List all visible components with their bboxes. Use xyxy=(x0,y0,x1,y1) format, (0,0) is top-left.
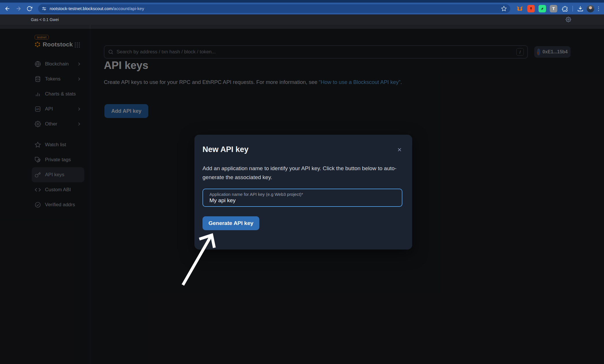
application-name-field[interactable]: Application name for API key (e.g Web3 p… xyxy=(202,189,402,207)
puzzle-icon xyxy=(562,5,568,12)
back-arrow-icon xyxy=(4,5,11,12)
metamask-extension-icon[interactable] xyxy=(516,5,524,12)
modal-title: New API key xyxy=(202,145,249,154)
download-icon xyxy=(577,5,584,12)
reload-button[interactable] xyxy=(25,4,34,13)
fox-icon xyxy=(516,5,523,12)
downloads-button[interactable] xyxy=(576,4,585,13)
url-path: /account/api-key xyxy=(112,6,144,11)
t-extension-icon[interactable]: T xyxy=(550,5,557,12)
generate-api-key-button[interactable]: Generate API key xyxy=(202,216,259,230)
new-api-key-modal: New API key Add an application name to i… xyxy=(194,135,412,249)
gas-tracker-label: Gas < 0.1 Gwei xyxy=(31,17,59,22)
site-topbar: Gas < 0.1 Gwei xyxy=(0,14,604,25)
reload-icon xyxy=(27,6,32,12)
site-settings-icon xyxy=(42,6,47,11)
url-text: rootstock-testnet.blockscout.com/account… xyxy=(50,6,144,11)
green-extension-icon[interactable] xyxy=(539,5,546,12)
close-icon xyxy=(397,147,402,153)
bookmark-star-icon[interactable] xyxy=(501,6,507,12)
back-button[interactable] xyxy=(3,4,12,13)
gear-icon xyxy=(566,17,571,22)
browser-menu-button[interactable]: ⋮ xyxy=(596,5,601,12)
modal-description: Add an application name to identify your… xyxy=(202,164,402,182)
extensions-puzzle-button[interactable] xyxy=(561,5,569,12)
toolbar-separator xyxy=(573,6,573,12)
settings-button[interactable] xyxy=(566,17,571,22)
modal-close-button[interactable] xyxy=(396,146,403,153)
application-name-label: Application name for API key (e.g Web3 p… xyxy=(209,192,303,197)
url-bar[interactable]: rootstock-testnet.blockscout.com/account… xyxy=(38,4,510,13)
lightning-icon xyxy=(540,6,545,11)
t-extension-label: T xyxy=(552,6,555,11)
forward-button[interactable] xyxy=(14,4,23,13)
keyhole-icon xyxy=(529,6,533,11)
application-name-input[interactable] xyxy=(209,197,394,204)
browser-profile-avatar[interactable] xyxy=(587,5,594,12)
forward-arrow-icon xyxy=(15,5,22,12)
url-domain: rootstock-testnet.blockscout.com xyxy=(50,6,112,11)
browser-chrome: rootstock-testnet.blockscout.com/account… xyxy=(0,0,604,14)
red-extension-icon[interactable] xyxy=(527,5,535,12)
extension-area: T xyxy=(515,5,570,12)
screenshot-root: rootstock-testnet.blockscout.com/account… xyxy=(0,0,604,364)
window-top-strip xyxy=(0,0,604,3)
